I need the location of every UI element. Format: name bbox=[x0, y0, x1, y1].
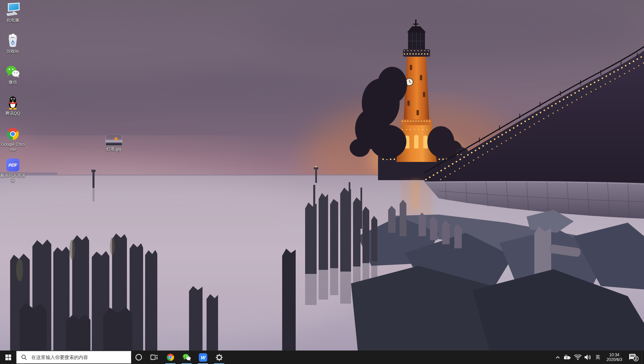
tencent-qq-label: 腾讯QQ bbox=[5, 111, 20, 116]
google-chrome-icon bbox=[6, 126, 20, 141]
wechat-label: 微信 bbox=[9, 80, 17, 85]
lighthouse-jpg-label: 灯塔.jpg bbox=[106, 147, 121, 152]
taskbar-wechat-button[interactable] bbox=[179, 351, 195, 364]
desktop-icon-google-chrome[interactable]: Google Chrome bbox=[0, 126, 26, 152]
search-icon bbox=[21, 354, 27, 361]
start-button[interactable] bbox=[0, 351, 16, 364]
wifi-icon bbox=[574, 355, 582, 360]
system-tray: 英 10:34 2020/6/3 2 bbox=[553, 351, 644, 364]
cortana-button[interactable] bbox=[131, 351, 146, 364]
ime-indicator[interactable]: 英 bbox=[593, 351, 602, 364]
battery-charging-icon bbox=[563, 354, 571, 360]
lighthouse-jpg-thumbnail bbox=[106, 131, 122, 146]
task-view-icon bbox=[150, 354, 158, 361]
aurora-pdf-label: 极光PDF阅读器 bbox=[0, 173, 26, 183]
desktop-icon-aurora-pdf[interactable]: PDF 极光PDF阅读器 bbox=[0, 157, 26, 183]
wallpaper-lighthouse-scene bbox=[0, 0, 644, 351]
desktop-file-lighthouse-jpg[interactable]: 灯塔.jpg bbox=[101, 131, 127, 152]
google-chrome-label: Google Chrome bbox=[0, 142, 26, 152]
aurora-pdf-icon: PDF bbox=[6, 157, 20, 172]
volume-status[interactable] bbox=[583, 351, 593, 364]
notification-badge-count: 2 bbox=[635, 357, 637, 361]
chrome-icon bbox=[166, 353, 175, 362]
network-status[interactable] bbox=[573, 351, 583, 364]
desktop-icon-tencent-qq[interactable]: 腾讯QQ bbox=[0, 95, 26, 116]
chevron-up-icon bbox=[556, 356, 560, 359]
taskbar-wps-button[interactable]: W bbox=[195, 351, 211, 364]
taskbar-chrome-button[interactable] bbox=[162, 351, 179, 364]
wechat-icon bbox=[182, 353, 191, 362]
wechat-icon bbox=[5, 64, 21, 79]
clock-date: 2020/6/3 bbox=[607, 357, 622, 362]
show-desktop-button[interactable] bbox=[642, 351, 644, 364]
this-pc-icon bbox=[5, 2, 20, 17]
taskbar-clock[interactable]: 10:34 2020/6/3 bbox=[602, 351, 626, 364]
taskbar-search[interactable] bbox=[16, 351, 131, 364]
svg-text:W: W bbox=[200, 355, 206, 360]
ime-language-label: 英 bbox=[595, 354, 600, 360]
svg-text:PDF: PDF bbox=[8, 163, 18, 168]
taskbar: W bbox=[0, 351, 644, 364]
desktop-icon-this-pc[interactable]: 此电脑 bbox=[0, 2, 26, 23]
desktop-icon-recycle-bin[interactable]: 回收站 bbox=[0, 33, 26, 54]
battery-status[interactable] bbox=[562, 351, 573, 364]
task-view-button[interactable] bbox=[146, 351, 162, 364]
tencent-qq-icon bbox=[6, 95, 20, 110]
action-center-button[interactable]: 2 bbox=[626, 351, 642, 364]
windows-logo-icon bbox=[5, 355, 11, 360]
taskbar-settings-button[interactable] bbox=[211, 351, 227, 364]
wps-icon: W bbox=[199, 353, 207, 362]
this-pc-label: 此电脑 bbox=[6, 18, 19, 23]
recycle-bin-label: 回收站 bbox=[6, 49, 19, 54]
search-input[interactable] bbox=[31, 354, 127, 360]
notification-icon: 2 bbox=[628, 353, 639, 362]
cortana-icon bbox=[135, 354, 142, 361]
recycle-bin-icon bbox=[6, 33, 20, 48]
windows-desktop: 此电脑 回收站 bbox=[0, 0, 644, 364]
gear-icon bbox=[215, 354, 223, 361]
clock-time: 10:34 bbox=[609, 353, 619, 357]
desktop-icon-wechat[interactable]: 微信 bbox=[0, 64, 26, 85]
speaker-icon bbox=[584, 354, 592, 360]
tray-overflow-button[interactable] bbox=[553, 351, 562, 364]
